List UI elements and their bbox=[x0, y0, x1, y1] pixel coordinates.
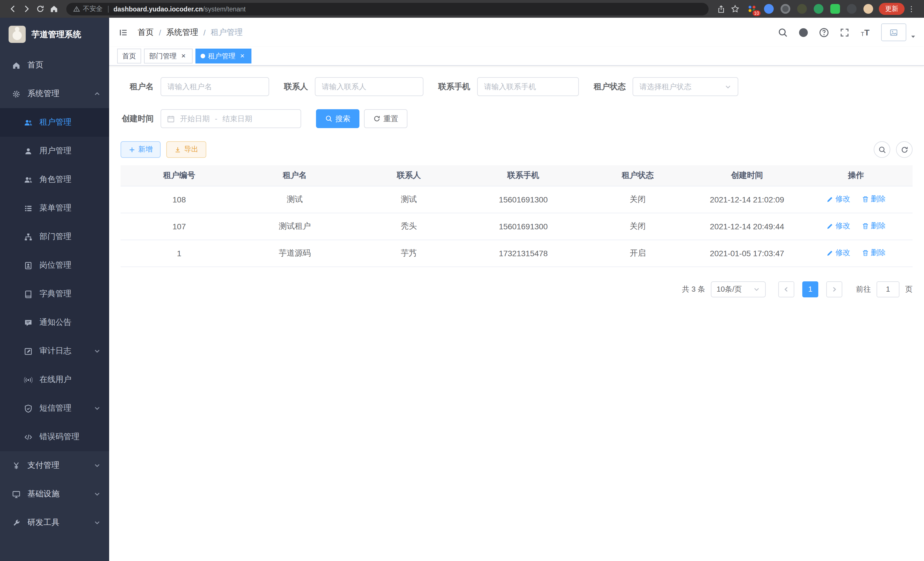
edit-link[interactable]: 修改 bbox=[826, 248, 850, 258]
delete-link[interactable]: 删除 bbox=[862, 221, 886, 231]
date-separator: - bbox=[215, 114, 218, 123]
table-header-row: 租户编号 租户名 联系人 联系手机 租户状态 创建时间 操作 bbox=[121, 165, 913, 186]
browser-back-button[interactable] bbox=[6, 2, 20, 16]
extension-icon-colorful[interactable]: 10 bbox=[747, 4, 757, 14]
goto-label: 前往 bbox=[856, 284, 871, 294]
notice-bubble-icon bbox=[24, 318, 33, 327]
sidebar-item-error-code[interactable]: 错误码管理 bbox=[0, 423, 109, 451]
address-bar[interactable]: 不安全 dashboard.yudao.iocoder.cn/system/te… bbox=[66, 3, 709, 15]
extension-icon-green-circle[interactable] bbox=[814, 4, 824, 14]
payment-yen-icon bbox=[12, 461, 21, 470]
tenant-status-select[interactable]: 请选择租户状态 bbox=[633, 77, 738, 96]
sidebar-item-infra[interactable]: 基础设施 bbox=[0, 480, 109, 508]
sidebar-item-sms[interactable]: 短信管理 bbox=[0, 394, 109, 423]
extension-icon-green-square[interactable] bbox=[830, 4, 840, 14]
search-button[interactable]: 搜索 bbox=[316, 109, 359, 128]
browser-forward-button[interactable] bbox=[20, 2, 33, 16]
tenant-name-input[interactable] bbox=[167, 82, 262, 91]
trash-icon bbox=[862, 249, 869, 257]
sidebar-item-role[interactable]: 角色管理 bbox=[0, 165, 109, 194]
browser-home-button[interactable] bbox=[47, 2, 61, 16]
header-search-button[interactable] bbox=[774, 23, 792, 42]
tab-dept[interactable]: 部门管理× bbox=[144, 49, 193, 63]
close-icon[interactable]: × bbox=[179, 52, 188, 60]
export-button[interactable]: 导出 bbox=[166, 141, 206, 158]
tab-home[interactable]: 首页 bbox=[117, 49, 141, 63]
caret-down-icon[interactable] bbox=[910, 33, 916, 39]
col-phone: 联系手机 bbox=[466, 165, 581, 186]
sidebar-item-user[interactable]: 用户管理 bbox=[0, 137, 109, 165]
sidebar-toggle-button[interactable] bbox=[109, 18, 138, 47]
phone-input[interactable] bbox=[484, 82, 572, 91]
delete-link[interactable]: 删除 bbox=[862, 248, 886, 258]
phone-input-wrap bbox=[477, 77, 579, 96]
edit-link[interactable]: 修改 bbox=[826, 221, 850, 231]
sidebar-item-system[interactable]: 系统管理 bbox=[0, 80, 109, 108]
next-page-button[interactable] bbox=[826, 281, 842, 297]
share-button[interactable] bbox=[714, 2, 728, 16]
sidebar-item-payment[interactable]: 支付管理 bbox=[0, 451, 109, 480]
reset-button[interactable]: 重置 bbox=[364, 109, 407, 128]
url-path: /system/tenant bbox=[203, 5, 246, 12]
sidebar-item-audit-log[interactable]: 审计日志 bbox=[0, 337, 109, 365]
bookmark-button[interactable] bbox=[728, 2, 742, 16]
browser-profile-avatar[interactable] bbox=[863, 4, 873, 14]
breadcrumb-separator: / bbox=[159, 28, 161, 37]
page-size-select[interactable]: 10条/页 bbox=[711, 281, 766, 297]
breadcrumb-home[interactable]: 首页 bbox=[138, 27, 154, 38]
warning-icon bbox=[73, 5, 80, 12]
sidebar-item-menu[interactable]: 菜单管理 bbox=[0, 194, 109, 223]
trash-icon bbox=[862, 196, 869, 203]
pagination: 共 3 条 10条/页 1 前往 页 bbox=[121, 281, 913, 297]
github-button[interactable] bbox=[794, 23, 813, 42]
system-submenu: 租户管理 用户管理 角色管理 菜单管理 bbox=[0, 108, 109, 451]
avatar[interactable] bbox=[881, 23, 906, 41]
delete-link[interactable]: 删除 bbox=[862, 194, 886, 205]
extension-icon-blue[interactable] bbox=[764, 4, 774, 14]
breadcrumb-system[interactable]: 系统管理 bbox=[166, 27, 198, 38]
breadcrumb-separator: / bbox=[203, 28, 206, 37]
edit-link[interactable]: 修改 bbox=[826, 194, 850, 205]
chrome-update-button[interactable]: 更新 bbox=[879, 3, 904, 15]
table-row: 1 芋道源码 芋艿 17321315478 开启 2021-01-05 17:0… bbox=[121, 240, 913, 266]
extension-icon-ring[interactable] bbox=[781, 4, 790, 14]
infra-monitor-icon bbox=[12, 490, 21, 498]
sidebar-item-tenant[interactable]: 租户管理 bbox=[0, 108, 109, 137]
refresh-table-button[interactable] bbox=[896, 141, 913, 158]
prev-page-button[interactable] bbox=[778, 281, 794, 297]
sidebar-item-notice[interactable]: 通知公告 bbox=[0, 308, 109, 337]
search-icon bbox=[325, 115, 333, 122]
sidebar-item-dict[interactable]: 字典管理 bbox=[0, 280, 109, 308]
reload-icon bbox=[36, 5, 44, 13]
add-button[interactable]: 新增 bbox=[121, 141, 160, 158]
total-count: 共 3 条 bbox=[682, 284, 705, 294]
sidebar-item-dept[interactable]: 部门管理 bbox=[0, 223, 109, 251]
tab-tenant[interactable]: 租户管理× bbox=[195, 49, 251, 63]
navbar-actions: TT bbox=[774, 23, 916, 42]
help-button[interactable] bbox=[815, 23, 833, 42]
app-logo[interactable]: 芋道管理系统 bbox=[0, 18, 109, 51]
status-value: 开启 bbox=[581, 240, 695, 266]
extension-icon-olive[interactable] bbox=[797, 4, 807, 14]
font-size-button[interactable]: TT bbox=[856, 23, 874, 42]
extension-icon-dark[interactable] bbox=[847, 4, 856, 14]
contact-input[interactable] bbox=[322, 82, 417, 91]
sidebar-item-dev-tools[interactable]: 研发工具 bbox=[0, 508, 109, 537]
sidebar-item-post[interactable]: 岗位管理 bbox=[0, 251, 109, 280]
sidebar-item-online-users[interactable]: 在线用户 bbox=[0, 365, 109, 394]
goto-page-input[interactable] bbox=[877, 281, 899, 297]
toggle-search-button[interactable] bbox=[874, 141, 890, 158]
sidebar-item-home[interactable]: 首页 bbox=[0, 51, 109, 80]
browser-menu-icon[interactable]: ⋮ bbox=[904, 2, 918, 16]
fullscreen-button[interactable] bbox=[836, 23, 854, 42]
star-icon bbox=[730, 5, 739, 13]
page-number-button[interactable]: 1 bbox=[802, 281, 818, 297]
refresh-icon bbox=[373, 115, 381, 122]
close-icon[interactable]: × bbox=[238, 52, 246, 60]
create-time-range-picker[interactable]: 开始日期 - 结束日期 bbox=[160, 109, 301, 128]
url-domain: dashboard.yudao.iocoder.cn bbox=[113, 5, 203, 12]
browser-reload-button[interactable] bbox=[33, 2, 47, 16]
page-unit-label: 页 bbox=[905, 284, 913, 294]
chevron-down-icon bbox=[94, 519, 100, 526]
security-warning[interactable]: 不安全 bbox=[73, 5, 103, 13]
